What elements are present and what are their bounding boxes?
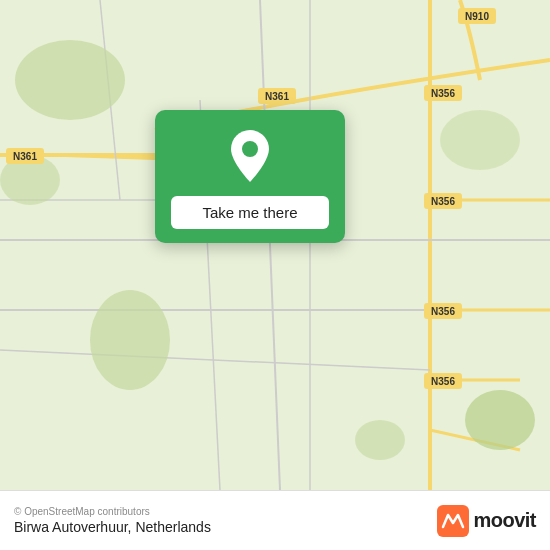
svg-text:N356: N356 xyxy=(431,306,455,317)
svg-text:N356: N356 xyxy=(431,196,455,207)
svg-text:N361: N361 xyxy=(265,91,289,102)
svg-point-16 xyxy=(15,40,125,120)
copyright-text: © OpenStreetMap contributors xyxy=(14,506,211,517)
svg-text:N356: N356 xyxy=(431,376,455,387)
location-pin-icon xyxy=(226,128,274,184)
moovit-text: moovit xyxy=(473,509,536,532)
svg-point-19 xyxy=(440,110,520,170)
footer-bar: © OpenStreetMap contributors Birwa Autov… xyxy=(0,490,550,550)
moovit-logo: moovit xyxy=(437,505,536,537)
svg-point-20 xyxy=(465,390,535,450)
footer-info: © OpenStreetMap contributors Birwa Autov… xyxy=(14,506,211,535)
svg-text:N910: N910 xyxy=(465,11,489,22)
take-me-there-button[interactable]: Take me there xyxy=(171,196,329,229)
location-name: Birwa Autoverhuur, Netherlands xyxy=(14,519,211,535)
map-container: N910 N356 N361 N361 N356 N356 N356 Take … xyxy=(0,0,550,490)
svg-point-21 xyxy=(355,420,405,460)
svg-text:N356: N356 xyxy=(431,88,455,99)
svg-point-36 xyxy=(242,141,258,157)
svg-point-18 xyxy=(90,290,170,390)
moovit-icon xyxy=(437,505,469,537)
location-card: Take me there xyxy=(155,110,345,243)
svg-text:N361: N361 xyxy=(13,151,37,162)
